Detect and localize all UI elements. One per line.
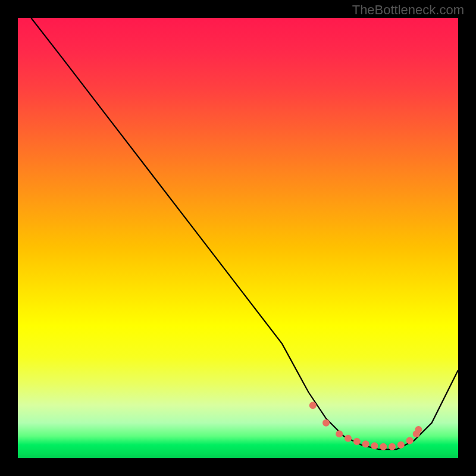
data-dot: [322, 419, 330, 427]
data-dot: [371, 442, 378, 449]
data-dot: [362, 440, 369, 447]
data-dot: [415, 426, 422, 433]
data-dot: [309, 402, 317, 409]
data-dot: [380, 443, 387, 450]
chart-svg: [18, 18, 458, 458]
chart-plot-area: [18, 18, 458, 458]
data-dot: [397, 441, 405, 449]
data-dots-group: [309, 402, 422, 450]
data-dot: [353, 438, 361, 445]
data-dot: [336, 430, 343, 437]
bottleneck-curve-line: [31, 18, 458, 449]
data-dot: [345, 435, 352, 442]
data-dot: [389, 443, 396, 450]
watermark-text: TheBottleneck.com: [352, 2, 464, 18]
data-dot: [406, 437, 414, 444]
